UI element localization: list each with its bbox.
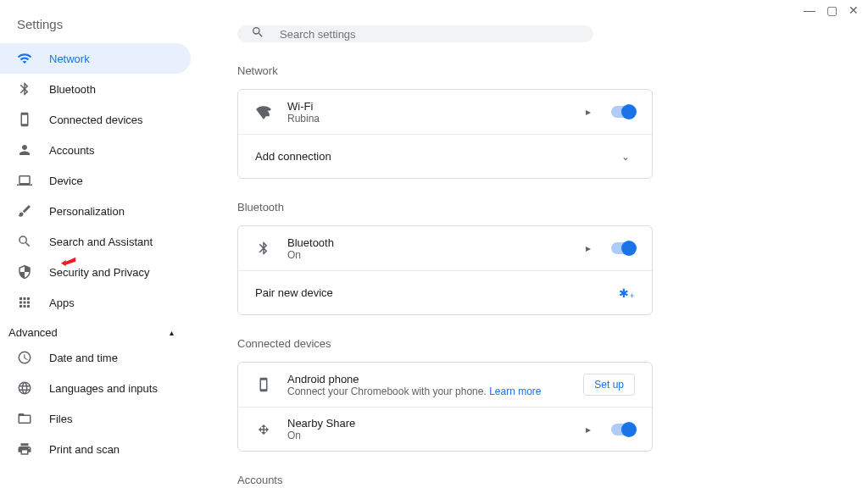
nearby-share-icon: [255, 422, 272, 437]
row-bluetooth[interactable]: Bluetooth On ▸: [238, 226, 652, 270]
bluetooth-add-icon: ✱₊: [619, 286, 635, 300]
minimize-icon[interactable]: —: [804, 4, 815, 16]
sidebar-item-network[interactable]: Network: [0, 43, 191, 74]
bluetooth-label: Bluetooth: [287, 236, 581, 249]
section-title: Bluetooth: [237, 201, 653, 225]
learn-more-link[interactable]: Learn more: [489, 385, 541, 397]
bluetooth-toggle[interactable]: [611, 242, 635, 254]
sidebar-item-accounts[interactable]: Accounts: [0, 135, 191, 165]
row-android-phone[interactable]: Android phone Connect your Chromebook wi…: [238, 363, 652, 407]
globe-icon: [17, 380, 32, 396]
row-pair[interactable]: Pair new device ✱₊: [238, 270, 652, 314]
main-content: Network Wi-Fi Rubina ▸ Add connection ⌄: [191, 0, 868, 488]
sidebar-item-label: Apps: [49, 297, 75, 309]
sidebar-item-label: Accounts: [49, 144, 94, 157]
clock-icon: [17, 350, 32, 365]
person-icon: [17, 142, 32, 158]
android-label: Android phone: [287, 373, 583, 385]
bluetooth-icon: [255, 241, 272, 256]
sidebar-item-security[interactable]: Security and Privacy: [0, 257, 191, 287]
shield-icon: [17, 264, 32, 280]
nearby-toggle[interactable]: [611, 424, 635, 435]
section-title: Connected devices: [237, 337, 653, 362]
search-icon: [17, 234, 32, 249]
chevron-right-icon: ▸: [581, 424, 596, 435]
sidebar-advanced-label: Advanced: [8, 326, 58, 339]
chevron-right-icon: ▸: [581, 242, 596, 254]
phone-icon: [255, 377, 272, 392]
section-accounts: Accounts Currently signed in as Mohammed…: [237, 474, 653, 488]
laptop-icon: [17, 173, 32, 188]
wifi-label: Wi-Fi: [287, 100, 581, 113]
search-icon: [251, 25, 264, 42]
search-input[interactable]: [280, 28, 580, 41]
bluetooth-status: On: [287, 249, 581, 261]
apps-icon: [17, 295, 32, 310]
maximize-icon[interactable]: ▢: [826, 4, 837, 16]
sidebar-item-connected[interactable]: Connected devices: [0, 104, 191, 135]
sidebar-title: Settings: [0, 17, 191, 43]
sidebar-item-device[interactable]: Device: [0, 165, 191, 196]
row-wifi[interactable]: Wi-Fi Rubina ▸: [238, 90, 652, 134]
close-icon[interactable]: ✕: [848, 4, 860, 16]
sidebar-item-label: Device: [49, 175, 83, 187]
nearby-status: On: [287, 430, 581, 441]
section-bluetooth: Bluetooth Bluetooth On ▸ Pair new device…: [237, 201, 653, 315]
sidebar-item-label: Date and time: [49, 352, 118, 364]
wifi-icon: [17, 51, 32, 66]
setup-button[interactable]: Set up: [583, 374, 635, 396]
chevron-right-icon: ▸: [581, 106, 596, 118]
sidebar-item-label: Languages and inputs: [49, 382, 158, 395]
sidebar-item-label: Personalization: [49, 205, 125, 218]
nearby-label: Nearby Share: [287, 417, 581, 430]
add-connection-label: Add connection: [255, 150, 616, 163]
bluetooth-icon: [17, 81, 32, 97]
chevron-down-icon: ⌄: [616, 151, 635, 163]
android-sub: Connect your Chromebook with your phone.…: [287, 385, 583, 397]
section-connected: Connected devices Android phone Connect …: [237, 337, 653, 452]
sidebar: Settings Network Bluetooth Connected dev…: [0, 0, 191, 488]
sidebar-item-bluetooth[interactable]: Bluetooth: [0, 74, 191, 104]
sidebar-item-label: Security and Privacy: [49, 266, 150, 279]
sidebar-item-label: Bluetooth: [49, 83, 96, 96]
pair-label: Pair new device: [255, 286, 619, 299]
sidebar-item-files[interactable]: Files: [0, 403, 191, 434]
search-bar[interactable]: [237, 25, 593, 42]
wifi-toggle[interactable]: [611, 106, 635, 118]
sidebar-advanced-toggle[interactable]: Advanced ▴: [0, 318, 191, 342]
sidebar-item-print[interactable]: Print and scan: [0, 434, 191, 464]
sidebar-item-label: Network: [49, 53, 90, 65]
wifi-name: Rubina: [287, 113, 581, 125]
sidebar-item-label: Files: [49, 413, 72, 425]
section-title: Accounts: [237, 474, 653, 488]
sidebar-item-label: Search and Assistant: [49, 236, 153, 248]
sidebar-item-label: Connected devices: [49, 114, 143, 126]
sidebar-item-search[interactable]: Search and Assistant: [0, 226, 191, 257]
sidebar-item-languages[interactable]: Languages and inputs: [0, 373, 191, 403]
printer-icon: [17, 441, 32, 457]
section-network: Network Wi-Fi Rubina ▸ Add connection ⌄: [237, 64, 653, 179]
section-title: Network: [237, 64, 653, 89]
folder-icon: [17, 411, 32, 426]
wifi-lock-icon: [255, 104, 272, 119]
brush-icon: [17, 203, 32, 219]
sidebar-item-apps[interactable]: Apps: [0, 287, 191, 318]
sidebar-item-label: Print and scan: [49, 443, 120, 456]
chevron-up-icon: ▴: [170, 328, 174, 337]
row-nearby[interactable]: Nearby Share On ▸: [238, 407, 652, 451]
sidebar-item-date[interactable]: Date and time: [0, 342, 191, 373]
sidebar-item-personalization[interactable]: Personalization: [0, 196, 191, 226]
row-add-connection[interactable]: Add connection ⌄: [238, 134, 652, 178]
phone-icon: [17, 112, 32, 127]
